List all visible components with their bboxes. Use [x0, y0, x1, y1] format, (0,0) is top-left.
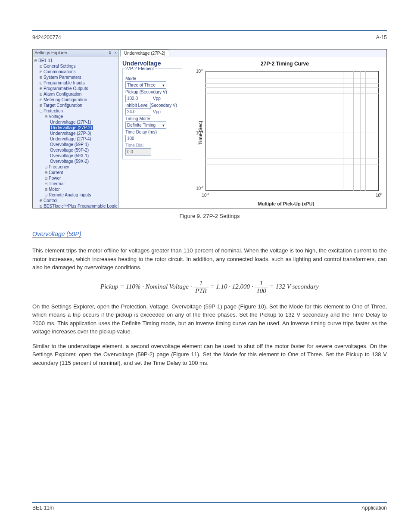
tab-undervoltage[interactable]: Undervoltage (27P-2) [120, 50, 169, 56]
panel-title: Settings Explorer [34, 50, 67, 55]
tree-item-selected[interactable]: Undervoltage (27P-2) [50, 125, 93, 130]
time-delay-input[interactable]: 100 [125, 135, 151, 142]
figure-caption: Figure 9. 27P-2 Settings [32, 213, 387, 219]
mode-label: Mode [125, 76, 179, 81]
chart-title: 27P-2 Timing Curve [187, 61, 382, 67]
pin-icon[interactable]: ⇕ [108, 50, 112, 55]
section-heading: Overvoltage (59P) [32, 230, 81, 238]
tree-item[interactable]: Undervoltage (27P-4) [50, 137, 91, 141]
chart-plot-area [206, 71, 379, 191]
panel-heading: Undervoltage [122, 60, 182, 67]
time-dial-input: 0.0 [125, 148, 151, 156]
header-left: 9424200774 [32, 34, 61, 40]
settings-explorer-panel: Settings Explorer ⇕ × ⊟BE1-11 ⊞General S… [33, 50, 119, 208]
header-right: A-15 [376, 34, 387, 40]
tree-item[interactable]: Overvoltage (59P-1) [50, 142, 89, 147]
pickup-equation: Pickup = 110% · Nominal Voltage · 1PTR =… [32, 280, 387, 295]
tree-item[interactable]: Overvoltage (59X-2) [50, 159, 89, 164]
timing-mode-label: Timing Mode [125, 116, 179, 121]
paragraph-3: Similar to the undervoltage element, a s… [32, 342, 387, 367]
close-icon[interactable]: × [114, 50, 117, 55]
fieldset-legend: 27P-2 Element [125, 66, 155, 71]
inhibit-unit: Vpp [153, 109, 161, 114]
paragraph-1: This element trips the motor offline for… [32, 246, 387, 272]
chart-xlabel: Multiple of Pick-Up (xPU) [186, 201, 386, 206]
footer-right: Application [361, 505, 387, 511]
mode-select[interactable]: Three of Three [125, 81, 166, 89]
time-delay-label: Time Delay (ms) [125, 130, 179, 134]
tree-item[interactable]: Overvoltage (59P-2) [50, 148, 89, 152]
inhibit-label: Inhibit Level (Secondary V) [125, 103, 179, 108]
paragraph-2: On the Settings Explorer, open the Prote… [32, 302, 387, 336]
time-dial-label: Time Dial [125, 143, 179, 148]
tree-item[interactable]: Overvoltage (59X-1) [50, 153, 89, 158]
pickup-input[interactable]: 102.0 [125, 95, 151, 102]
pickup-label: Pickup (Secondary V) [125, 90, 179, 94]
settings-tree[interactable]: ⊟BE1-11 ⊞General Settings ⊞Communication… [33, 56, 118, 208]
footer-left: BE1-11m [32, 505, 54, 511]
settings-screenshot: Settings Explorer ⇕ × ⊟BE1-11 ⊞General S… [32, 49, 387, 208]
inhibit-input[interactable]: 24.0 [125, 108, 151, 115]
timing-mode-select[interactable]: Definite Timing [125, 121, 166, 129]
pickup-unit: Vpp [153, 96, 161, 101]
detail-panel: Undervoltage (27P-2) Undervoltage 27P-2 … [119, 50, 386, 208]
tree-item[interactable]: Undervoltage (27P-3) [50, 131, 91, 136]
tree-item[interactable]: Undervoltage (27P-1) [50, 120, 91, 124]
timing-curve-chart: 27P-2 Timing Curve Time (Sec) Multiple o… [186, 57, 386, 208]
